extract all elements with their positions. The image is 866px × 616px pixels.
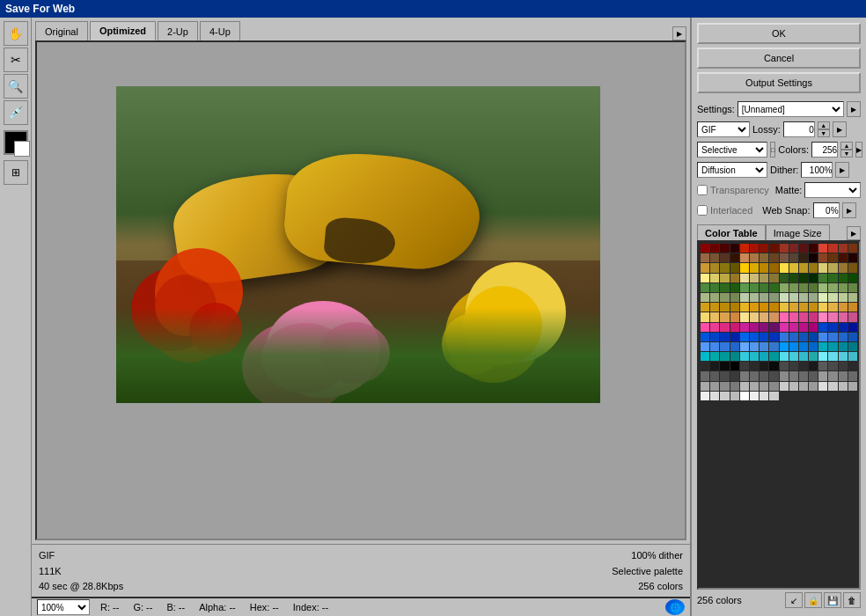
color-cell-3[interactable] [730,244,739,253]
color-cell-134[interactable] [760,323,768,332]
color-cell-96[interactable] [701,303,709,312]
color-cell-151[interactable] [769,333,778,341]
color-cell-195[interactable] [730,362,739,370]
color-cell-212[interactable] [740,371,749,380]
color-cell-37[interactable] [750,263,759,272]
eyedropper-tool[interactable]: 💉 [4,100,28,125]
color-cell-119[interactable] [769,312,778,321]
color-cell-140[interactable] [818,323,827,332]
color-cell-146[interactable] [720,333,729,341]
color-cell-6[interactable] [760,244,768,253]
color-cell-121[interactable] [789,312,798,321]
color-cell-224[interactable] [701,382,709,391]
color-cell-114[interactable] [720,312,729,321]
hand-tool[interactable]: ✋ [4,21,28,46]
color-cell-9[interactable] [789,244,798,253]
color-cell-144[interactable] [701,333,709,341]
color-cell-109[interactable] [828,303,837,312]
transparency-checkbox[interactable] [697,185,708,195]
color-cell-106[interactable] [799,303,808,312]
color-cell-229[interactable] [750,382,759,391]
color-cell-150[interactable] [760,333,768,341]
color-cell-132[interactable] [740,323,749,332]
color-cell-187[interactable] [809,352,818,361]
color-cell-239[interactable] [848,382,857,391]
color-cell-247[interactable] [769,392,778,400]
color-cell-163[interactable] [730,342,739,351]
color-cell-81[interactable] [710,293,719,302]
color-cell-25[interactable] [789,253,798,262]
color-cell-89[interactable] [789,293,798,302]
web-snap-expand-btn[interactable]: ▶ [842,202,856,218]
color-cell-202[interactable] [799,362,808,370]
tab-optimized[interactable]: Optimized [90,21,156,40]
color-cell-136[interactable] [780,323,789,332]
color-cell-93[interactable] [828,293,837,302]
color-cell-135[interactable] [769,323,778,332]
color-cell-129[interactable] [710,323,719,332]
color-cell-203[interactable] [809,362,818,370]
colors-up[interactable]: ▲ [840,142,853,150]
color-cell-4[interactable] [740,244,749,253]
color-cell-149[interactable] [750,333,759,341]
color-cell-218[interactable] [799,371,808,380]
color-cell-52[interactable] [740,274,749,282]
color-cell-28[interactable] [818,253,827,262]
color-cell-78[interactable] [839,283,848,292]
color-cell-165[interactable] [750,342,759,351]
color-cell-173[interactable] [828,342,837,351]
color-cell-57[interactable] [789,274,798,282]
color-cell-159[interactable] [848,333,857,341]
slice-tool[interactable]: ✂ [4,48,28,72]
color-cell-188[interactable] [818,352,827,361]
color-cell-126[interactable] [839,312,848,321]
ok-button[interactable]: OK [697,23,861,44]
color-cell-117[interactable] [750,312,759,321]
color-cell-244[interactable] [740,392,749,400]
color-cell-225[interactable] [710,382,719,391]
color-cell-156[interactable] [818,333,827,341]
colors-expand-btn[interactable]: ▶ [855,142,862,158]
color-cell-5[interactable] [750,244,759,253]
color-cell-1[interactable] [710,244,719,253]
color-cell-8[interactable] [780,244,789,253]
color-cell-58[interactable] [799,274,808,282]
color-cell-11[interactable] [809,244,818,253]
color-cell-115[interactable] [730,312,739,321]
color-cell-67[interactable] [730,283,739,292]
color-cell-196[interactable] [740,362,749,370]
color-cell-214[interactable] [760,371,768,380]
color-cell-177[interactable] [710,352,719,361]
color-cell-80[interactable] [701,293,709,302]
color-cell-102[interactable] [760,303,768,312]
color-cell-22[interactable] [760,253,768,262]
save-color-btn[interactable]: 💾 [824,592,841,608]
tab-color-table[interactable]: Color Table [697,224,766,240]
color-cell-158[interactable] [839,333,848,341]
color-cell-240[interactable] [701,392,709,400]
color-cell-91[interactable] [809,293,818,302]
color-cell-85[interactable] [750,293,759,302]
color-cell-222[interactable] [839,371,848,380]
lock-color-btn[interactable]: 🔒 [804,592,822,608]
color-cell-35[interactable] [730,263,739,272]
color-cell-56[interactable] [780,274,789,282]
cancel-button[interactable]: Cancel [697,48,861,69]
color-cell-197[interactable] [750,362,759,370]
color-cell-131[interactable] [730,323,739,332]
tab-image-size[interactable]: Image Size [766,224,830,240]
color-cell-230[interactable] [760,382,768,391]
color-cell-18[interactable] [720,253,729,262]
color-cell-70[interactable] [760,283,768,292]
color-cell-169[interactable] [789,342,798,351]
color-cell-245[interactable] [750,392,759,400]
color-cell-65[interactable] [710,283,719,292]
color-cell-42[interactable] [799,263,808,272]
color-cell-98[interactable] [720,303,729,312]
color-cell-77[interactable] [828,283,837,292]
color-cell-36[interactable] [740,263,749,272]
color-cell-100[interactable] [740,303,749,312]
color-cell-15[interactable] [848,244,857,253]
color-cell-194[interactable] [720,362,729,370]
color-cell-44[interactable] [818,263,827,272]
